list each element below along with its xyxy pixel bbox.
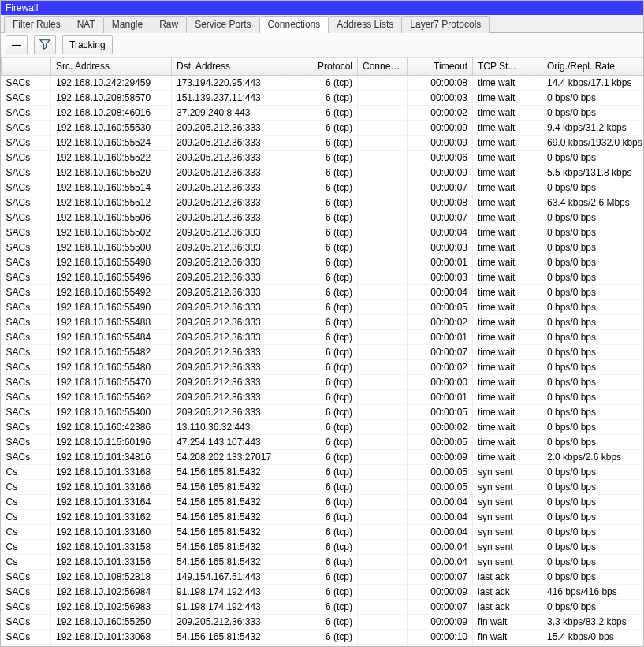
col-header-timeout[interactable]: Timeout [408,58,473,76]
col-header-conn[interactable]: Connecti... [358,58,408,76]
table-row[interactable]: SACs192.168.10.160:55400209.205.212.36:3… [2,405,644,420]
col-header-src[interactable]: Src. Address [51,58,172,76]
table-row[interactable]: SACs192.168.10.160:55484209.205.212.36:3… [2,330,644,345]
cell-timeout: 00:00:07 [408,570,473,585]
cell-dst: 13.110.36.32:443 [172,420,292,435]
table-row[interactable]: SACs192.168.10.102:5698391.198.174.192:4… [2,600,644,615]
table-row[interactable]: SACs192.168.10.160:55492209.205.212.36:3… [2,285,644,300]
table-row[interactable]: Cs192.168.10.101:3316654.156.165.81:5432… [2,480,644,495]
cell-dst: 54.156.165.81:5432 [172,480,292,495]
table-row[interactable]: SACs192.168.10.102:5698491.198.174.192:4… [2,585,644,600]
cell-rate: 15.4 kbps/0 bps [542,630,644,645]
minus-icon: — [12,39,21,50]
table-row[interactable]: SACs192.168.10.160:55530209.205.212.36:3… [2,121,644,136]
cell-src: 192.168.10.160:55482 [51,345,172,360]
cell-timeout: 00:00:02 [408,106,473,121]
tab-address-lists[interactable]: Address Lists [328,16,402,33]
cell-dst: 209.205.212.36:333 [172,285,292,300]
tab-service-ports[interactable]: Service Ports [186,16,259,33]
table-row[interactable]: SACs192.168.10.160:55514209.205.212.36:3… [2,180,644,195]
table-row[interactable]: SACs192.168.10.101:3481654.208.202.133:2… [2,450,644,465]
tab-connections[interactable]: Connections [259,16,329,33]
cell-timeout: 00:00:07 [408,180,473,195]
table-row[interactable]: Cs192.168.10.101:3315854.156.165.81:5432… [2,540,644,555]
table-row[interactable]: SACs192.168.10.115:6019647.254.143.107:4… [2,435,644,450]
cell-src: 192.168.10.160:55490 [51,300,172,315]
cell-proto: 6 (tcp) [292,225,358,240]
table-row[interactable]: Cs192.168.10.101:3316454.156.165.81:5432… [2,495,644,510]
cell-tcp: time wait [473,405,542,420]
table-row[interactable]: Cs192.168.10.101:3316854.156.165.81:5432… [2,465,644,480]
cell-flag: SACs [2,240,51,255]
table-row[interactable]: SACs192.168.10.160:55512209.205.212.36:3… [2,195,644,210]
cell-tcp: time wait [473,360,542,375]
cell-conn [358,375,408,390]
table-row[interactable]: SACs192.168.10.160:55496209.205.212.36:3… [2,270,644,285]
table-row[interactable]: Cs192.168.10.101:3316254.156.165.81:5432… [2,510,644,525]
tab-mangle[interactable]: Mangle [103,16,151,33]
cell-dst: 54.208.202.133:27017 [172,450,292,465]
table-header-row: Src. AddressDst. AddressProtocolConnecti… [2,58,644,76]
cell-proto: 6 (tcp) [292,375,358,390]
table-row[interactable]: SACs192.168.10.160:55488209.205.212.36:3… [2,315,644,330]
table-row[interactable]: SACs192.168.10.160:55506209.205.212.36:3… [2,210,644,225]
col-header-proto[interactable]: Protocol [292,58,358,76]
table-row[interactable]: SACs192.168.10.242:29459173.194.220.95:4… [2,76,644,91]
table-row[interactable]: SACs192.168.10.160:55520209.205.212.36:3… [2,165,644,180]
cell-proto: 6 (tcp) [292,240,358,255]
connections-grid[interactable]: Src. AddressDst. AddressProtocolConnecti… [1,58,643,646]
table-row[interactable]: SACs192.168.10.208:58570151.139.237.11:4… [2,91,644,106]
table-row[interactable]: SACs192.168.10.160:55498209.205.212.36:3… [2,255,644,270]
table-row[interactable]: SACs192.168.10.160:55470209.205.212.36:3… [2,375,644,390]
table-row[interactable]: SACs192.168.10.160:55482209.205.212.36:3… [2,345,644,360]
col-header-tcp[interactable]: TCP St... [473,58,542,76]
tracking-button[interactable]: Tracking [62,35,113,54]
col-header-dst[interactable]: Dst. Address [172,58,292,76]
remove-button[interactable]: — [6,35,28,54]
cell-proto: 6 (tcp) [292,151,358,165]
tab-raw[interactable]: Raw [151,16,187,33]
table-row[interactable]: SACs192.168.10.160:55490209.205.212.36:3… [2,300,644,315]
cell-proto: 6 (tcp) [292,165,358,180]
table-row[interactable]: SACs192.168.10.160:55500209.205.212.36:3… [2,240,644,255]
tab-layer7-protocols[interactable]: Layer7 Protocols [401,16,490,33]
cell-timeout: 00:00:07 [408,600,473,615]
cell-proto: 6 (tcp) [292,106,358,121]
cell-timeout: 00:00:03 [408,91,473,106]
tab-nat[interactable]: NAT [69,16,104,33]
cell-flag: SACs [2,585,51,600]
table-row[interactable]: SACs192.168.10.160:55502209.205.212.36:3… [2,225,644,240]
table-row[interactable]: SACs192.168.10.160:55250209.205.212.36:3… [2,615,644,630]
table-row[interactable]: SACs192.168.10.208:4601637.209.240.8:443… [2,106,644,121]
cell-proto: 6 (tcp) [292,645,358,647]
table-row[interactable]: Cs192.168.10.101:3315654.156.165.81:5432… [2,555,644,570]
cell-src: 192.168.10.101:33166 [51,480,172,495]
cell-rate: 2.0 kbps/2.6 kbps [542,450,644,465]
table-row[interactable]: SACs192.168.10.101:3306854.156.165.81:54… [2,630,644,645]
table-row[interactable]: SACs192.168.10.160:55462209.205.212.36:3… [2,390,644,405]
cell-rate: 0 bps/0 bps [542,525,644,540]
cell-dst: 54.156.165.81:5432 [172,645,292,647]
cell-conn [358,76,408,91]
cell-conn [358,136,408,151]
cell-src: 192.168.10.102:56984 [51,585,172,600]
table-row[interactable]: SACs192.168.10.160:55522209.205.212.36:3… [2,151,644,165]
table-row[interactable]: SACs192.168.10.160:4238613.110.36.32:443… [2,420,644,435]
cell-rate: 0 bps/0 bps [542,540,644,555]
col-header-rate[interactable]: Orig./Repl. Rate [542,58,644,76]
col-header-flag[interactable] [2,58,51,76]
cell-flag: SACs [2,420,51,435]
tracking-button-label: Tracking [69,39,106,50]
cell-dst: 209.205.212.36:333 [172,151,292,165]
table-row[interactable]: SACs192.168.10.160:55524209.205.212.36:3… [2,136,644,151]
table-row[interactable]: SACs192.168.10.101:3306654.156.165.81:54… [2,645,644,647]
cell-proto: 6 (tcp) [292,255,358,270]
filter-button[interactable] [34,35,56,54]
table-row[interactable]: Cs192.168.10.101:3316054.156.165.81:5432… [2,525,644,540]
cell-dst: 54.156.165.81:5432 [172,525,292,540]
table-row[interactable]: SACs192.168.10.108:52818149.154.167.51:4… [2,570,644,585]
tab-filter-rules[interactable]: Filter Rules [4,16,69,33]
table-row[interactable]: SACs192.168.10.160:55480209.205.212.36:3… [2,360,644,375]
cell-rate: 0 bps/0 bps [542,330,644,345]
cell-timeout: 00:00:05 [408,405,473,420]
